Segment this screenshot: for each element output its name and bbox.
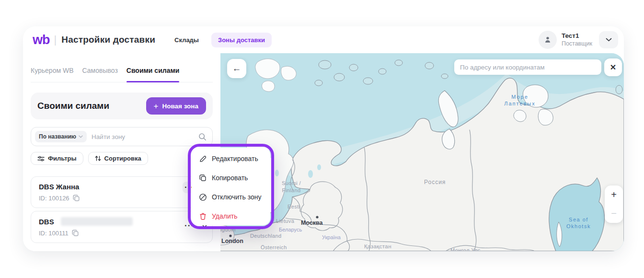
app-header: wb | Настройки доставки Склады Зоны дост…	[23, 26, 624, 53]
london-dot	[229, 234, 231, 237]
menu-item-edit[interactable]: Редактировать	[192, 149, 270, 168]
header-nav: Склады Зоны доставки	[169, 33, 272, 47]
sort-icon	[95, 155, 101, 162]
menu-item-disable-zone[interactable]: Отключить зону	[192, 187, 270, 207]
search-category-select[interactable]: По названию	[35, 131, 87, 142]
zone-card[interactable]: DBS ID: 100111 ···	[31, 211, 213, 243]
zone-id: ID: 100111	[39, 230, 69, 237]
zone-card[interactable]: DBS Жанна ID: 100126 ···	[31, 176, 213, 208]
user-info: Тест1 Поставщик	[562, 32, 592, 48]
zone-search-input[interactable]	[92, 133, 194, 140]
user-block: Тест1 Поставщик	[539, 31, 618, 49]
zone-title: DBS	[39, 218, 54, 226]
copy-icon[interactable]	[72, 230, 79, 237]
zoom-out-button[interactable]: −	[605, 204, 623, 223]
zone-title-row: DBS	[39, 217, 206, 226]
pencil-icon	[199, 155, 207, 163]
user-role: Поставщик	[562, 40, 592, 48]
zone-searchbar: По названию	[31, 127, 213, 146]
filters-button[interactable]: Фильтры	[31, 152, 83, 165]
zone-id: ID: 100126	[39, 195, 69, 202]
new-zone-label: Новая зона	[162, 103, 198, 110]
zone-id-row: ID: 100111	[39, 230, 206, 237]
menu-item-delete[interactable]: Удалить	[192, 207, 270, 226]
sort-button[interactable]: Сортировка	[88, 152, 148, 165]
map-zoom-control: + −	[605, 185, 623, 223]
map-canvas[interactable]: Море Лаптевых Sea of Okhotsk Россия Suom…	[220, 53, 624, 251]
trash-icon	[199, 212, 207, 220]
section-header: Своими силами + Новая зона	[31, 93, 213, 119]
logo-divider: |	[54, 34, 57, 46]
new-zone-button[interactable]: + Новая зона	[146, 97, 206, 115]
map-close-button[interactable]: ✕	[604, 58, 622, 76]
delivery-type-tabs: Курьером WB Самовывоз Своими силами	[31, 67, 213, 82]
tab-own-forces[interactable]: Своими силами	[126, 67, 180, 75]
wb-logo: wb	[33, 34, 50, 46]
section-title: Своими силами	[37, 101, 109, 111]
app-title: Настройки доставки	[61, 35, 155, 45]
user-name: Тест1	[562, 32, 592, 40]
nav-warehouses[interactable]: Склады	[169, 33, 205, 47]
app-window: wb | Настройки доставки Склады Зоны дост…	[23, 26, 624, 251]
tab-pickup[interactable]: Самовывоз	[82, 67, 118, 75]
list-controls: Фильтры Сортировка	[31, 152, 213, 165]
zone-title: DBS Жанна	[39, 183, 206, 191]
copy-icon[interactable]	[73, 195, 80, 202]
tab-courier-wb[interactable]: Курьером WB	[31, 67, 74, 75]
redacted-text	[61, 217, 133, 226]
map-back-button[interactable]: ←	[227, 59, 246, 78]
avatar[interactable]	[539, 31, 557, 49]
zoom-in-button[interactable]: +	[605, 185, 623, 204]
chevron-down-icon	[79, 135, 83, 138]
menu-item-label: Отключить зону	[212, 193, 261, 201]
filters-label: Фильтры	[48, 155, 77, 162]
sort-label: Сортировка	[104, 155, 141, 162]
search-icon[interactable]	[198, 133, 207, 141]
map-geography	[220, 53, 624, 251]
page: wb | Настройки доставки Склады Зоны дост…	[0, 0, 644, 278]
menu-item-label: Удалить	[212, 212, 237, 220]
copy-icon	[199, 174, 207, 182]
plus-icon: +	[154, 102, 159, 110]
zone-list: DBS Жанна ID: 100126 ···	[31, 176, 213, 243]
user-menu-button[interactable]	[599, 31, 618, 48]
filter-icon	[37, 156, 45, 162]
zone-id-row: ID: 100126	[39, 195, 206, 202]
chevron-down-icon	[606, 38, 612, 42]
person-icon	[543, 35, 552, 44]
menu-item-label: Редактировать	[212, 155, 258, 162]
menu-item-copy[interactable]: Копировать	[192, 168, 270, 187]
map-search-input[interactable]	[454, 59, 601, 75]
disable-icon	[199, 193, 207, 201]
context-menu-highlight: Редактировать Копировать Отключить зону	[188, 144, 274, 229]
nav-delivery-zones[interactable]: Зоны доставки	[211, 33, 272, 47]
search-category-value: По названию	[39, 133, 76, 140]
moscow-dot	[316, 216, 318, 218]
menu-item-label: Копировать	[212, 174, 248, 182]
zone-context-menu: Редактировать Копировать Отключить зону	[192, 148, 270, 225]
